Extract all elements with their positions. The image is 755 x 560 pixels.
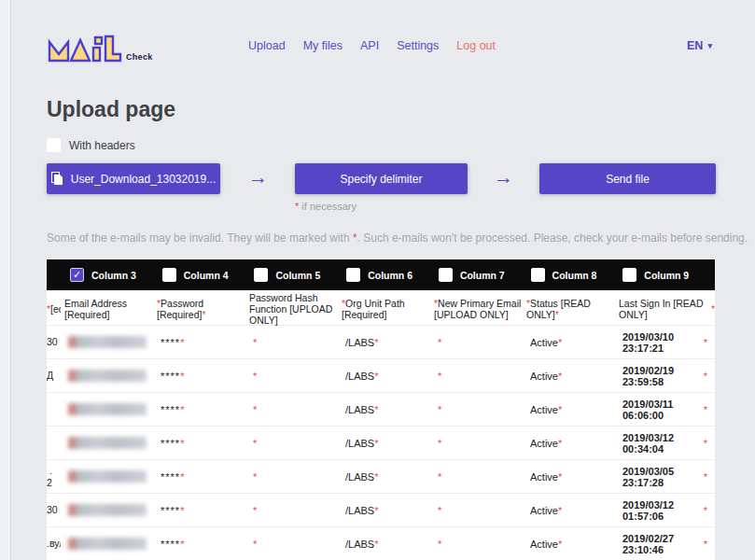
with-headers-label: With headers [69, 139, 135, 152]
password-hash-cell: * [245, 427, 338, 459]
last-sign-in-cell: 2019/02/19 23:59:58* [615, 359, 707, 392]
column-selector-bar: ✓ Column 3 Column 4 Column 5 Column 6 Co… [47, 259, 715, 290]
new-primary-email-cell: * [430, 494, 523, 526]
blurred-email [68, 504, 147, 516]
row-fragment: . 2 [47, 460, 61, 493]
status-cell: Active* [523, 460, 615, 493]
password-cell: ***** [153, 427, 245, 459]
last-sign-in-cell: 2019/03/12 00:34:04* [615, 427, 707, 459]
blurred-email [68, 437, 147, 449]
password-hash-cell: * [245, 359, 338, 392]
status-cell: Active* [523, 359, 615, 392]
new-primary-email-cell: * [430, 427, 523, 459]
nav-item-my-files[interactable]: My files [303, 39, 343, 52]
blurred-email [68, 470, 147, 483]
chevron-down-icon: ▾ [707, 41, 712, 50]
column-6-checkbox[interactable] [346, 268, 360, 282]
password-hash-cell: * [245, 393, 338, 426]
new-primary-email-cell: * [430, 326, 523, 358]
specify-delimiter-button[interactable]: Specify delimiter [295, 163, 468, 194]
column-selector-6: Column 6 [346, 268, 439, 282]
language-selector[interactable]: EN ▾ [687, 39, 712, 52]
file-copy-icon [51, 172, 63, 186]
header-status: *Status [READ ONLY]* [523, 290, 615, 325]
email-cell [61, 527, 153, 560]
row-fragment [47, 393, 61, 426]
password-cell: ***** [153, 494, 245, 526]
last-sign-in-cell: 2019/02/27 23:10:46* [615, 527, 707, 560]
column-selector-3: ✓ Column 3 [70, 268, 162, 282]
table-row: ***** * /LABS* * Active* 2019/03/11 06:0… [47, 393, 715, 427]
password-hash-cell: * [245, 326, 338, 358]
flow-arrow-icon: → [494, 166, 513, 189]
status-cell: Active* [523, 326, 615, 358]
email-cell [61, 460, 153, 493]
table-row: . 2 ***** * /LABS* * Active* 2019/03/05 … [47, 460, 715, 494]
row-fragment: вул. [47, 527, 61, 560]
uploaded-file-button[interactable]: User_Download_13032019... [47, 163, 220, 194]
table-row: вул. ***** * /LABS* * Active* 2019/02/27… [47, 527, 715, 560]
header-email-address: Email Address [Required] [61, 290, 153, 325]
nav-item-settings[interactable]: Settings [397, 39, 439, 52]
status-cell: Active* [523, 427, 615, 459]
blurred-email [68, 403, 147, 415]
org-unit-cell: /LABS* [338, 527, 430, 560]
invalid-emails-warning: Some of the e-mails may be invalid. They… [47, 231, 748, 245]
table-row: 30 ***** * /LABS* * Active* 2019/03/12 0… [47, 494, 715, 527]
last-sign-in-cell: 2019/03/05 23:17:28* [615, 460, 707, 493]
status-cell: Active* [523, 494, 615, 526]
column-3-checkbox[interactable]: ✓ [70, 268, 84, 282]
navbar: Check Upload My files API Settings Log o… [0, 0, 755, 82]
org-unit-cell: /LABS* [338, 326, 430, 358]
password-cell: ***** [153, 393, 245, 426]
nav-item-logout[interactable]: Log out [456, 39, 496, 52]
with-headers-checkbox[interactable] [47, 138, 61, 152]
header-truncated-right: * [707, 290, 715, 325]
header-org-unit-path: *Org Unit Path [Required] [338, 290, 430, 325]
column-8-checkbox[interactable] [531, 268, 545, 282]
new-primary-email-cell: * [430, 527, 523, 560]
org-unit-cell: /LABS* [338, 393, 430, 426]
warning-pre: Some of the e-mails may be invalid. They… [47, 231, 353, 245]
password-cell: ***** [153, 527, 245, 560]
column-5-label: Column 5 [275, 270, 320, 281]
last-sign-in-cell: 2019/03/12 01:57:06* [615, 494, 707, 526]
upload-flow: User_Download_13032019... → Specify deli… [47, 163, 719, 219]
header-password-hash: Password Hash Function [UPLOAD ONLY] [245, 290, 338, 325]
status-cell: Active* [523, 527, 615, 560]
email-cell [61, 326, 153, 358]
password-hash-cell: * [245, 494, 338, 526]
blurred-email [68, 538, 147, 550]
with-headers-option: With headers [47, 138, 135, 152]
table-row: Д ***** * /LABS* * Active* 2019/02/19 23… [47, 359, 715, 393]
nav-item-upload[interactable]: Upload [248, 39, 286, 52]
column-selector-7: Column 7 [439, 268, 531, 282]
row-fragment [47, 427, 61, 459]
column-5-checkbox[interactable] [254, 268, 268, 282]
header-last-sign-in: Last Sign In [READ ONLY] [615, 290, 707, 325]
column-selector-5: Column 5 [254, 268, 346, 282]
blurred-email [68, 370, 147, 382]
table-header-row: ed]* Email Address [Required] *Password … [47, 290, 715, 326]
email-cell [61, 427, 153, 459]
row-fragment: Д [47, 359, 61, 392]
column-9-checkbox[interactable] [622, 268, 636, 282]
email-cell [61, 494, 153, 526]
logo-subtext: Check [126, 52, 153, 62]
row-fragment: 30 [47, 326, 61, 358]
logo[interactable]: Check [47, 32, 153, 63]
column-3-label: Column 3 [91, 270, 136, 281]
column-4-checkbox[interactable] [162, 268, 176, 282]
new-primary-email-cell: * [430, 393, 523, 426]
table-row: ***** * /LABS* * Active* 2019/03/12 00:3… [47, 427, 715, 460]
email-cell [61, 393, 153, 426]
column-8-label: Column 8 [552, 270, 597, 281]
send-file-button[interactable]: Send file [539, 163, 716, 194]
column-4-label: Column 4 [184, 270, 229, 281]
column-7-checkbox[interactable] [439, 268, 453, 282]
column-9-label: Column 9 [644, 270, 689, 281]
nav-links: Upload My files API Settings Log out [248, 39, 496, 52]
nav-item-api[interactable]: API [360, 39, 379, 52]
note-text: if necessary [299, 201, 357, 212]
org-unit-cell: /LABS* [338, 460, 430, 493]
